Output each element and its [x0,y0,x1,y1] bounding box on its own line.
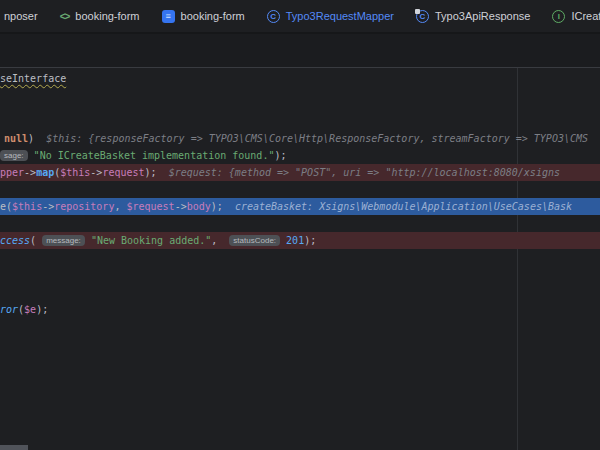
class-icon: C [267,10,280,23]
code-token: body [187,201,211,212]
editor-tab-bar: nposer<>booking-form≡booking-formCTypo3R… [0,0,600,34]
tab-label: Typo3RequestMapper [286,10,394,22]
code-token: ); [36,304,48,315]
editor-tab-nposer[interactable]: nposer [0,0,49,33]
code-token: ( [30,235,42,246]
code-line[interactable]: seInterface [0,70,600,87]
editor-top-gap [0,34,600,67]
code-token: ccess [0,235,30,246]
class-icon: C [416,10,429,23]
tab-label: nposer [4,10,38,22]
code-token: request [102,167,144,178]
breakpoint-line[interactable]: ccess( message: "New Booking added.", st… [0,232,600,249]
parameter-hint-chip: message: [42,235,85,246]
html-file-icon: <> [60,11,70,22]
interface-icon: I [552,10,565,23]
code-token: , [211,235,229,246]
icon-badge [415,9,420,14]
parameter-hint-chip: statusCode: [229,235,280,246]
breakpoint-line[interactable]: pper->map($this->request); $request: {me… [0,164,600,181]
code-token: "No ICreateBasket implementation found." [34,150,275,161]
code-token: ); [145,167,169,178]
code-token: createBasket: Xsigns\Webmodule\Applicati… [235,201,572,212]
code-token: $this [12,201,42,212]
code-token: repository [54,201,114,212]
tab-label: Typo3ApiResponse [435,10,530,22]
ide-window: nposer<>booking-form≡booking-formCTypo3R… [0,0,600,450]
code-token: $request [126,201,174,212]
code-token: ); [304,235,316,246]
horizontal-scrollbar-thumb[interactable] [0,445,28,450]
code-token: ); [274,150,286,161]
code-token: pper [0,167,24,178]
code-line[interactable]: sage: "No ICreateBasket implementation f… [0,147,600,164]
code-editor[interactable]: seInterfacenull) $this: {responseFactory… [0,68,600,450]
code-token: -> [42,201,54,212]
code-token: -> [24,167,36,178]
parameter-hint-chip: sage: [0,150,28,161]
tab-label: booking-form [75,10,139,22]
editor-tab-booking-form[interactable]: <>booking-form [49,0,151,33]
code-token: ) [28,133,46,144]
code-token: $this: {responseFactory => TYPO3\CMS\Cor… [46,133,588,144]
code-token: $request: {method => "POST", uri => "htt… [169,167,560,178]
execution-line[interactable]: e($this->repository, $request->body); cr… [0,198,600,215]
code-token: null [4,133,28,144]
code-line[interactable]: null) $this: {responseFactory => TYPO3\C… [0,130,600,147]
code-token: $this [60,167,90,178]
code-token: e( [0,201,12,212]
code-token: -> [90,167,102,178]
right-margin-guide [517,68,518,450]
tab-label: ICreateBas [571,10,600,22]
code-token: ); [211,201,235,212]
code-token: 201 [286,235,304,246]
code-token: -> [175,201,187,212]
stylesheet-file-icon: ≡ [162,10,175,23]
code-token: ror [0,304,18,315]
code-line[interactable]: ror($e); [0,301,600,318]
editor-tab-Typo3RequestMapper[interactable]: CTypo3RequestMapper [256,0,405,33]
code-token: "New Booking added." [91,235,211,246]
code-token: $e [24,304,36,315]
code-token: map [36,167,54,178]
code-token: seInterface [0,73,66,84]
editor-tab-booking-form[interactable]: ≡booking-form [151,0,256,33]
editor-tab-ICreateBas[interactable]: IICreateBas [541,0,600,33]
tab-label: booking-form [181,10,245,22]
editor-tab-Typo3ApiResponse[interactable]: CTypo3ApiResponse [405,0,541,33]
code-token: , [114,201,126,212]
